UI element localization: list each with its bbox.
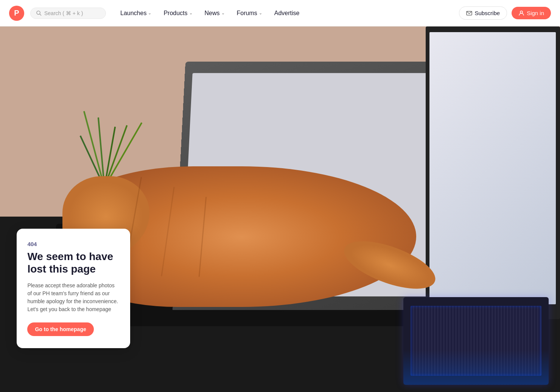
nav-links: Launches ⌄ Products ⌄ News ⌄ Forums ⌄ Ad… — [115, 7, 305, 20]
search-placeholder-text: Search ( ⌘ + k ) — [44, 10, 83, 16]
subscribe-label: Subscribe — [474, 10, 500, 16]
nav-item-forums[interactable]: Forums ⌄ — [232, 7, 268, 20]
error-description: Please accept these adorable photos of o… — [27, 282, 120, 313]
svg-line-1 — [40, 14, 41, 15]
logo-letter: P — [14, 9, 19, 17]
chevron-down-icon: ⌄ — [259, 11, 262, 15]
nav-label-forums: Forums — [237, 10, 257, 17]
envelope-icon — [466, 10, 472, 16]
navbar: P Search ( ⌘ + k ) Launches ⌄ Products ⌄… — [0, 0, 560, 26]
logo[interactable]: P — [9, 6, 24, 21]
nav-label-launches: Launches — [120, 10, 146, 17]
svg-point-3 — [520, 11, 523, 13]
signin-label: Sign in — [527, 10, 544, 16]
search-icon — [36, 10, 42, 16]
nav-right: Subscribe Sign in — [459, 6, 551, 20]
signin-button[interactable]: Sign in — [512, 7, 551, 19]
error-title-line2: lost this page — [27, 263, 95, 275]
subscribe-button[interactable]: Subscribe — [459, 6, 507, 20]
chevron-down-icon: ⌄ — [221, 11, 225, 15]
nav-label-products: Products — [163, 10, 187, 17]
nav-label-advertise: Advertise — [274, 10, 300, 17]
chevron-down-icon: ⌄ — [189, 11, 193, 15]
error-code: 404 — [27, 241, 120, 247]
nav-item-advertise[interactable]: Advertise — [269, 7, 305, 20]
error-card: 404 We seem to have lost this page Pleas… — [17, 229, 130, 348]
search-bar[interactable]: Search ( ⌘ + k ) — [30, 8, 106, 19]
go-to-homepage-button[interactable]: Go to the homepage — [27, 322, 93, 336]
user-icon — [518, 10, 524, 16]
nav-label-news: News — [205, 10, 220, 17]
background-scene: 404 We seem to have lost this page Pleas… — [0, 26, 560, 392]
svg-point-0 — [37, 11, 40, 14]
error-title: We seem to have lost this page — [27, 250, 120, 276]
chevron-down-icon: ⌄ — [148, 11, 151, 15]
nav-item-products[interactable]: Products ⌄ — [158, 7, 198, 20]
error-title-line1: We seem to have — [27, 251, 113, 262]
nav-item-news[interactable]: News ⌄ — [199, 7, 230, 20]
nav-item-launches[interactable]: Launches ⌄ — [115, 7, 157, 20]
